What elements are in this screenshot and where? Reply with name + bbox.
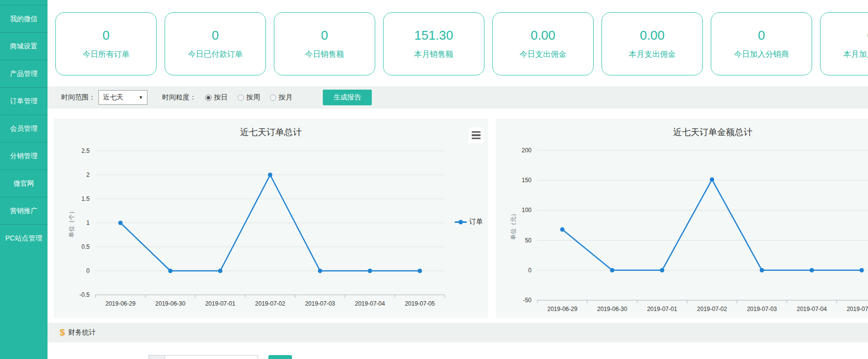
orders-count-line-chart: -0.500.511.522.52019-06-292019-06-302019…: [54, 119, 488, 318]
svg-text:2019-07-03: 2019-07-03: [305, 300, 336, 307]
svg-text:2019-07-02: 2019-07-02: [255, 300, 286, 307]
sidebar-item-label: PC站点管理: [5, 234, 42, 243]
svg-text:-50: -50: [523, 297, 532, 304]
stat-card-today-distributors: 0 今日加入分销商: [711, 12, 812, 75]
radio-label: 按日: [214, 93, 228, 102]
sidebar-item-shop-settings[interactable]: 商城设置: [0, 32, 48, 60]
stat-card-month-distributors: 0 本月加入分销商: [820, 12, 868, 75]
orders-amount-line-chart: -500501001502002019-06-292019-06-302019-…: [496, 119, 868, 318]
sidebar-spacer: [0, 0, 48, 5]
sidebar-item-my-wechat[interactable]: 我的微信: [0, 5, 48, 32]
svg-text:200: 200: [522, 147, 531, 154]
radio-by-day[interactable]: 按日: [205, 93, 228, 102]
svg-text:2019-07-01: 2019-07-01: [647, 306, 677, 312]
svg-text:0: 0: [528, 267, 531, 274]
stat-value: 0: [758, 28, 765, 43]
svg-text:单位（个）: 单位（个）: [68, 208, 75, 238]
chart-title: 近七天订单总计: [54, 126, 488, 138]
stat-value: 0.00: [640, 28, 665, 43]
svg-text:2.5: 2.5: [81, 147, 90, 154]
stat-value: 0: [212, 28, 218, 43]
svg-text:2019-07-05: 2019-07-05: [846, 306, 868, 312]
stat-label: 本月加入分销商: [844, 49, 868, 60]
svg-text:2019-07-04: 2019-07-04: [355, 300, 386, 307]
sidebar-item-pc-site-management[interactable]: PC站点管理: [0, 224, 48, 252]
svg-text:0.5: 0.5: [81, 243, 90, 250]
stat-card-month-commission: 0.00 本月支出佣金: [602, 12, 703, 75]
sidebar-item-label: 会员管理: [10, 124, 38, 133]
svg-text:2019-07-04: 2019-07-04: [797, 306, 827, 312]
sidebar-item-label: 产品管理: [10, 70, 38, 78]
svg-text:1.5: 1.5: [81, 195, 90, 202]
stat-card-today-commission: 0.00 今日支出佣金: [492, 12, 594, 75]
stat-label: 今日已付款订单: [188, 49, 243, 60]
svg-text:2019-07-03: 2019-07-03: [747, 306, 777, 312]
dollar-icon: $: [60, 327, 65, 338]
finance-search-button[interactable]: [268, 355, 292, 359]
time-range-label: 时间范围：: [61, 93, 96, 102]
sidebar-item-micro-site[interactable]: 微官网: [0, 169, 48, 197]
stat-label: 今日所有订单: [83, 49, 130, 60]
svg-text:2019-07-02: 2019-07-02: [697, 306, 727, 312]
stat-value: 0: [102, 28, 109, 43]
stat-card-month-sales: 151.30 本月销售额: [383, 12, 484, 75]
sidebar-item-member-management[interactable]: 会员管理: [0, 115, 48, 142]
sidebar-item-label: 商城设置: [10, 42, 38, 51]
chart-title: 近七天订单金额总计: [496, 126, 868, 138]
stat-label: 本月支出佣金: [629, 49, 676, 60]
stat-cards-row: 0 今日所有订单 0 今日已付款订单 0 今日销售额 151.30 本月销售额 …: [55, 12, 868, 75]
sidebar-item-marketing[interactable]: 营销推广: [0, 197, 48, 224]
stat-value: 0.00: [530, 28, 555, 43]
orders-amount-chart-panel: -500501001502002019-06-292019-06-302019-…: [496, 119, 868, 318]
finance-section-header: $ 财务统计: [48, 323, 868, 342]
svg-text:2019-06-30: 2019-06-30: [155, 300, 186, 307]
radio-dot-icon: [205, 95, 212, 101]
radio-by-week[interactable]: 按周: [238, 93, 260, 102]
sidebar-item-label: 微官网: [14, 179, 34, 188]
time-range-select[interactable]: 近七天 ▼: [98, 90, 147, 105]
radio-by-month[interactable]: 按月: [270, 93, 292, 102]
orders-count-chart-panel: -0.500.511.522.52019-06-292019-06-302019…: [54, 119, 488, 318]
svg-text:0: 0: [86, 267, 90, 274]
sidebar-item-distribution-management[interactable]: 分销管理: [0, 142, 48, 169]
stat-card-today-orders: 0 今日所有订单: [55, 12, 157, 75]
radio-label: 按周: [246, 93, 260, 102]
chart-toolbox-menu-icon[interactable]: [469, 127, 483, 143]
stat-label: 本月销售额: [414, 49, 454, 60]
stat-card-today-paid-orders: 0 今日已付款订单: [165, 12, 266, 75]
radio-dot-icon: [270, 95, 276, 101]
chart-legend-orders[interactable]: 订单: [455, 217, 483, 226]
sidebar-item-order-management[interactable]: 订单管理: [0, 87, 48, 115]
dashboard-page: 我的微信 商城设置 产品管理 订单管理 会员管理 分销管理 微官网 营销推广 P…: [0, 0, 868, 359]
radio-dot-icon: [238, 95, 244, 101]
stat-label: 今日加入分销商: [734, 49, 789, 60]
stat-label: 今日销售额: [305, 49, 344, 60]
svg-text:150: 150: [522, 177, 531, 184]
stat-card-today-sales: 0 今日销售额: [274, 12, 375, 75]
sidebar-item-product-management[interactable]: 产品管理: [0, 60, 48, 87]
stat-label: 今日支出佣金: [520, 49, 567, 60]
finance-filter-input[interactable]: [165, 355, 258, 359]
svg-text:2019-06-29: 2019-06-29: [105, 300, 136, 307]
stat-value: 0: [321, 28, 328, 43]
input-addon-box: [148, 355, 165, 359]
radio-label: 按月: [279, 93, 292, 102]
svg-text:1: 1: [86, 219, 90, 226]
svg-text:2019-07-01: 2019-07-01: [205, 300, 236, 307]
sidebar-item-label: 营销推广: [10, 207, 38, 215]
chevron-down-icon: ▼: [139, 95, 143, 100]
legend-label: 订单: [469, 217, 483, 226]
sidebar-item-label: 分销管理: [10, 152, 38, 161]
sidebar-item-label: 订单管理: [10, 97, 38, 106]
svg-text:2019-07-05: 2019-07-05: [405, 300, 435, 307]
svg-text:100: 100: [522, 207, 531, 214]
generate-report-button[interactable]: 生成报告: [323, 90, 372, 105]
sidebar-item-label: 我的微信: [10, 15, 38, 24]
svg-text:2019-06-29: 2019-06-29: [547, 306, 578, 312]
filter-bar: 时间范围： 近七天 ▼ 时间粒度： 按日 按周 按月 生成报告: [48, 86, 868, 109]
finance-title: 财务统计: [69, 328, 96, 337]
svg-text:2019-06-30: 2019-06-30: [597, 306, 627, 312]
svg-text:2: 2: [86, 171, 90, 178]
svg-text:-0.5: -0.5: [79, 291, 90, 298]
stat-value: 151.30: [414, 28, 454, 43]
